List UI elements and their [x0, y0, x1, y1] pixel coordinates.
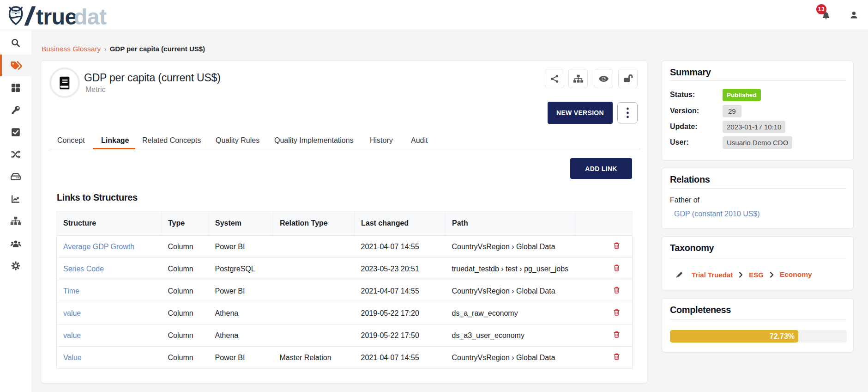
svg-text:true: true	[36, 6, 77, 27]
svg-text:dat: dat	[74, 6, 107, 27]
